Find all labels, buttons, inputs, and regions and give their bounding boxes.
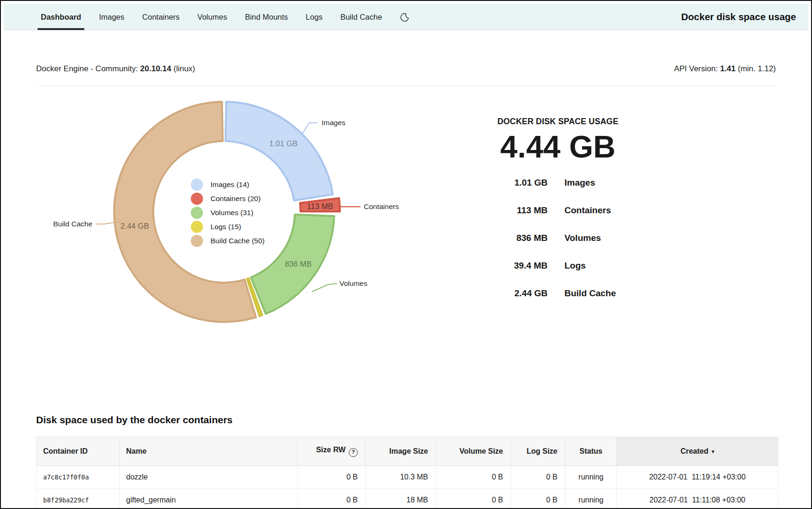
table-row: a7c8c17f0f0a dozzle 0 B 10.3 MB 0 B 0 B … — [37, 466, 778, 489]
cell-container-id: b8f29ba229cf — [37, 489, 120, 509]
sort-desc-icon: ▾ — [712, 449, 714, 454]
disk-usage-chart-section: Images Containers Volumes Build Cache 1.… — [4, 86, 808, 377]
summary-label: Images — [564, 178, 595, 188]
app-title: Docker disk space usage — [681, 4, 808, 30]
legend-label: Volumes (31) — [211, 209, 253, 217]
header-volume-size[interactable]: Volume Size — [436, 437, 511, 466]
top-navigation-bar: Dashboard Images Containers Volumes Bind… — [4, 4, 808, 30]
summary-value: 1.01 GB — [464, 178, 548, 188]
legend-item-images[interactable]: Images (14) — [191, 178, 264, 192]
summary-rows: 1.01 GB Images 113 MB Containers 836 MB … — [464, 169, 652, 307]
legend-swatch-build-cache — [191, 235, 203, 247]
cell-image-size: 10.3 MB — [366, 466, 436, 489]
cell-volume-size: 0 B — [436, 466, 511, 489]
slice-value-label: 2.44 GB — [120, 222, 149, 230]
tab-build-cache[interactable]: Build Cache — [340, 4, 382, 30]
header-size-rw[interactable]: Size RW? — [298, 437, 366, 466]
summary-row-volumes: 836 MB Volumes — [464, 224, 652, 252]
legend-item-volumes[interactable]: Volumes (31) — [191, 206, 264, 220]
callout-label-volumes: Volumes — [339, 279, 368, 287]
cell-volume-size: 0 B — [436, 489, 511, 509]
cell-size-rw: 0 B — [298, 466, 366, 489]
containers-section-title: Disk space used by the docker containers — [36, 413, 776, 427]
tab-volumes[interactable]: Volumes — [197, 4, 227, 30]
tab-bind-mounts[interactable]: Bind Mounts — [245, 4, 288, 30]
summary-label: Logs — [564, 261, 586, 271]
legend-label: Images (14) — [211, 180, 249, 189]
summary-value: 2.44 GB — [464, 288, 548, 299]
tab-images[interactable]: Images — [99, 4, 124, 30]
header-status[interactable]: Status — [565, 437, 617, 466]
summary-row-logs: 39.4 MB Logs — [464, 252, 652, 279]
cell-image-size: 18 MB — [366, 489, 436, 509]
legend-label: Build Cache (50) — [211, 237, 264, 245]
summary-value: 836 MB — [464, 233, 548, 243]
summary-row-build-cache: 2.44 GB Build Cache — [464, 279, 652, 307]
dark-mode-toggle[interactable] — [400, 4, 410, 30]
summary-value: 113 MB — [464, 205, 548, 216]
engine-version: 20.10.14 — [140, 64, 171, 73]
summary-value: 39.4 MB — [464, 261, 548, 271]
legend-label: Containers (20) — [211, 195, 261, 203]
cell-name: dozzle — [120, 466, 298, 489]
legend-swatch-volumes — [191, 207, 203, 219]
summary-row-containers: 113 MB Containers — [464, 196, 652, 224]
slice-value-label: 113 MB — [307, 202, 333, 210]
callout-label-build-cache: Build Cache — [53, 220, 92, 228]
cell-name: gifted_germain — [120, 489, 298, 509]
api-version-info: API Version: 1.41 (min. 1.12) — [674, 64, 776, 74]
header-image-size[interactable]: Image Size — [366, 437, 436, 466]
legend-swatch-containers — [191, 193, 203, 205]
summary-label: Volumes — [564, 233, 601, 243]
slice-value-label: 836 MB — [285, 260, 312, 268]
app-window: Dashboard Images Containers Volumes Bind… — [0, 0, 812, 509]
slice-value-label: 1.01 GB — [269, 139, 298, 148]
callout-label-images: Images — [322, 119, 346, 127]
summary-label: Containers — [564, 205, 611, 216]
disk-usage-summary-panel: DOCKER DISK SPACE USAGE 4.44 GB 1.01 GB … — [464, 117, 652, 307]
containers-table: Container ID Name Size RW? Image Size Vo… — [36, 437, 778, 509]
cell-size-rw: 0 B — [298, 489, 366, 509]
legend-item-containers[interactable]: Containers (20) — [191, 192, 264, 206]
header-created[interactable]: Created▾ — [617, 437, 778, 466]
header-log-size[interactable]: Log Size — [511, 437, 565, 466]
summary-total: 4.44 GB — [464, 131, 652, 162]
moon-icon — [400, 12, 410, 22]
callout-label-containers: Containers — [364, 202, 399, 210]
callout-build-cache: Build Cache — [53, 220, 121, 228]
legend-item-build-cache[interactable]: Build Cache (50) — [191, 234, 264, 248]
callout-images: Images — [302, 119, 346, 134]
chart-legend: Images (14) Containers (20) Volumes (31)… — [191, 178, 264, 248]
tab-dashboard[interactable]: Dashboard — [41, 4, 81, 30]
cell-status: running — [565, 466, 617, 489]
legend-swatch-images — [191, 179, 203, 191]
engine-info-row: Docker Engine - Community: 20.10.14 (lin… — [4, 64, 808, 74]
cell-log-size: 0 B — [511, 489, 565, 509]
callout-volumes: Volumes — [312, 279, 368, 292]
header-name[interactable]: Name — [120, 437, 298, 466]
tab-containers[interactable]: Containers — [142, 4, 180, 30]
summary-heading: DOCKER DISK SPACE USAGE — [464, 117, 652, 127]
header-container-id[interactable]: Container ID — [37, 437, 120, 466]
cell-created: 2022-07-01 11:19:14 +03:00 — [617, 466, 778, 489]
engine-info: Docker Engine - Community: 20.10.14 (lin… — [36, 64, 195, 74]
api-version: 1.41 — [720, 64, 736, 73]
nav-tabs: Dashboard Images Containers Volumes Bind… — [4, 4, 382, 30]
cell-created: 2022-07-01 11:11:08 +03:00 — [617, 489, 778, 509]
legend-swatch-logs — [191, 221, 203, 233]
cell-status: running — [565, 489, 617, 509]
table-header-row: Container ID Name Size RW? Image Size Vo… — [37, 437, 778, 466]
table-row: b8f29ba229cf gifted_germain 0 B 18 MB 0 … — [37, 489, 778, 509]
tab-logs[interactable]: Logs — [306, 4, 323, 30]
summary-label: Build Cache — [564, 288, 616, 299]
summary-row-images: 1.01 GB Images — [464, 169, 652, 196]
cell-log-size: 0 B — [511, 466, 565, 489]
cell-container-id: a7c8c17f0f0a — [37, 466, 120, 489]
help-icon[interactable]: ? — [349, 448, 358, 457]
legend-label: Logs (15) — [211, 223, 241, 231]
legend-item-logs[interactable]: Logs (15) — [191, 220, 264, 234]
callout-containers: Containers — [339, 202, 399, 210]
